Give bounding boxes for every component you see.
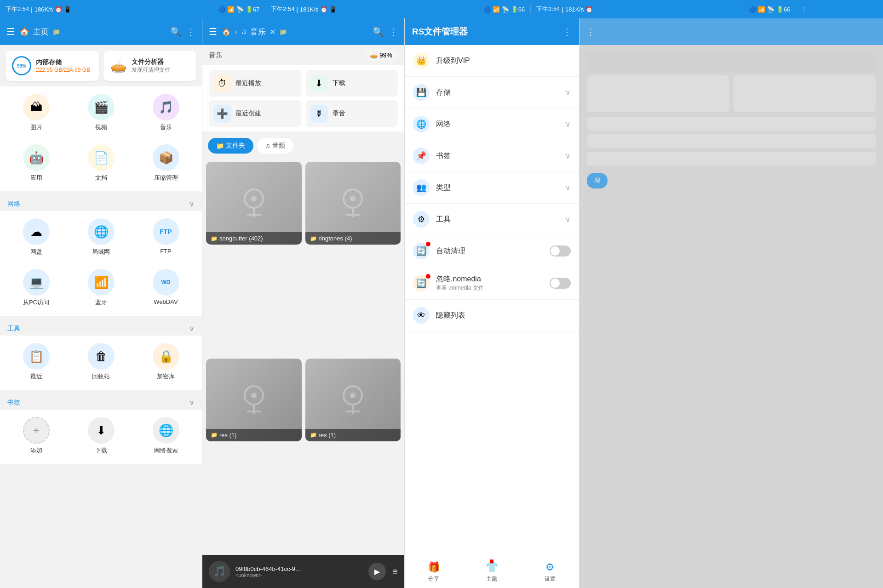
menu-item-auto-clean[interactable]: 🔄 自动清理 (405, 235, 579, 267)
folder-res-2[interactable]: 📁 res (1) (305, 359, 401, 441)
network-pc[interactable]: 💻 从PC访问 (6, 264, 67, 311)
playlist-button[interactable]: ≡ (392, 566, 398, 577)
pictures-label: 图片 (30, 123, 42, 131)
wifi-icon-2: 📡 (502, 6, 509, 13)
svg-point-5 (350, 196, 355, 201)
network-cloud[interactable]: ☁ 网盘 (6, 214, 67, 261)
status-bar: 下午2:54 | 186K/s ⏰ 📱 🔵 📶 📡 🔋67 下午2:54 | 1… (0, 0, 883, 18)
more-icon-music[interactable]: ⋮ (389, 26, 398, 37)
webdav-label: WebDAV (154, 298, 178, 305)
play-button[interactable]: ▶ (368, 563, 386, 580)
tool-recycle[interactable]: 🗑 回收站 (70, 338, 132, 385)
battery-icon-3: 🔋66 (776, 6, 790, 13)
categories-grid-section: 🏔 图片 🎬 视频 🎵 音乐 🤖 应用 (0, 86, 202, 191)
ftp-icon: FTP (153, 218, 179, 245)
tool-encrypt[interactable]: 🔒 加密库 (135, 338, 196, 385)
status-divider-1: | (31, 6, 32, 13)
nav-theme[interactable]: 👕 主题 (463, 558, 521, 587)
network-webdav[interactable]: WD WebDAV (135, 264, 196, 311)
menu-icon-music[interactable]: ☰ (209, 26, 217, 37)
network-section-title: 网络 (7, 200, 20, 208)
internal-storage-card[interactable]: 99% 内部存储 222.95 GB/224.59 GB (6, 51, 99, 81)
docs-icon: 📄 (88, 144, 115, 171)
nomedia-toggle[interactable] (550, 278, 571, 289)
network-bluetooth[interactable]: 📶 蓝牙 (70, 264, 132, 311)
category-video[interactable]: 🎬 视频 (70, 89, 132, 136)
status-time-1: 下午2:54 (6, 5, 29, 13)
search-icon-music[interactable]: 🔍 (373, 26, 384, 37)
category-apps[interactable]: 🤖 应用 (6, 140, 67, 187)
panel-music: ☰ 🏠 › ♫ 音乐 ✕ 📁 🔍 ⋮ 音乐 🥧 99% (202, 18, 405, 588)
status-divider-3: | (562, 6, 563, 13)
file-analyzer-card[interactable]: 🥧 文件分析器 发现可清理文件 (103, 51, 197, 81)
network-lan[interactable]: 🌐 局域网 (70, 214, 132, 261)
category-music[interactable]: 🎵 音乐 (135, 89, 196, 136)
folder-icon-sc: 📁 (211, 235, 218, 242)
record-icon: 🎙 (310, 105, 328, 122)
menu-item-bookmark[interactable]: 📌 书签 ∨ (405, 140, 579, 172)
partial-more-icon: ⋮ (586, 26, 595, 37)
action-record[interactable]: 🎙 录音 (306, 100, 398, 127)
music-breadcrumb-sep: › (235, 27, 237, 36)
music-badge-value: 99% (379, 51, 392, 59)
bookmark-download[interactable]: ⬇ 下载 (70, 412, 132, 459)
tab-folder[interactable]: 📁 文件夹 (208, 138, 253, 154)
tool-recent[interactable]: 📋 最近 (6, 338, 67, 385)
recent-create-label: 最近创建 (235, 109, 261, 118)
menu-item-type[interactable]: 👥 类型 ∨ (405, 172, 579, 204)
tab-audio[interactable]: ♫ 音频 (257, 138, 293, 154)
docs-label: 文档 (95, 174, 107, 182)
menu-item-network[interactable]: 🌐 网络 ∨ (405, 108, 579, 140)
nav-share[interactable]: 🎁 分享 (405, 558, 463, 587)
category-zip[interactable]: 📦 压缩管理 (135, 140, 196, 187)
type-menu-label: 类型 (436, 183, 558, 193)
folder-res-1[interactable]: 📁 res (1) (206, 359, 302, 441)
more-icon-status: ⋮ (801, 6, 807, 13)
network-ftp[interactable]: FTP FTP (135, 214, 196, 261)
bookmark-add[interactable]: + 添加 (6, 412, 67, 459)
apps-icon: 🤖 (23, 144, 50, 171)
share-nav-label: 分享 (428, 575, 439, 583)
menu-item-hidden[interactable]: 👁 隐藏列表 (405, 300, 579, 331)
menu-item-tools[interactable]: ⚙ 工具 ∨ (405, 204, 579, 235)
action-recent-play[interactable]: ⏱ 最近播放 (209, 70, 301, 97)
player-thumbnail: 🎵 (209, 561, 230, 582)
bookmark-section-arrow[interactable]: ∨ (189, 398, 195, 407)
menu-item-storage[interactable]: 💾 存储 ∨ (405, 77, 579, 108)
folder-icon-rt: 📁 (310, 235, 317, 242)
folder-ringtones[interactable]: 📁 ringtones (4) (305, 162, 401, 245)
music-label: 音乐 (160, 123, 172, 131)
analyzer-icon: 🥧 (110, 58, 127, 74)
folder-icon-res1: 📁 (211, 432, 218, 438)
music-close-icon[interactable]: ✕ (269, 28, 275, 36)
pc-label: 从PC访问 (23, 298, 49, 307)
signal-icon-3: 📶 (758, 6, 765, 13)
auto-clean-toggle[interactable] (550, 245, 571, 257)
network-menu-icon: 🌐 (413, 116, 430, 132)
menu-icon[interactable]: ☰ (6, 26, 15, 37)
menu-item-nomedia[interactable]: 🔄 忽略.nomedia 查看 .nomedia 文件 (405, 267, 579, 300)
folder-songcutter[interactable]: 📁 songcutter (402) (206, 162, 302, 245)
status-left-2: 下午2:54 | 181K/s ⏰ 📱 (271, 5, 337, 13)
menu-item-vip[interactable]: 👑 升级到VIP (405, 45, 579, 77)
action-recent-create[interactable]: ➕ 最近创建 (209, 100, 301, 127)
rs-more-icon[interactable]: ⋮ (562, 26, 572, 37)
bookmark-search[interactable]: 🌐 网络搜索 (135, 412, 196, 459)
partial-toolbar: ⋮ (579, 18, 883, 45)
theme-nav-label: 主题 (486, 575, 497, 583)
more-icon-home[interactable]: ⋮ (186, 26, 195, 37)
category-docs[interactable]: 📄 文档 (70, 140, 132, 187)
action-download[interactable]: ⬇ 下载 (306, 70, 398, 97)
wifi-icon-3: 📡 (767, 6, 774, 13)
tools-section-arrow[interactable]: ∨ (189, 324, 195, 333)
bookmark-download-label: 下载 (95, 446, 107, 455)
network-section-arrow[interactable]: ∨ (189, 200, 195, 208)
category-pictures[interactable]: 🏔 图片 (6, 89, 67, 136)
status-left-1: 下午2:54 | 186K/s ⏰ 📱 (6, 5, 71, 13)
nav-settings[interactable]: ⚙ 设置 (521, 558, 579, 587)
folder-tab-label: 文件夹 (226, 142, 245, 150)
player-bar: 🎵 09f8b0cb-464b-41cc-9... <unknown> ▶ ≡ (202, 555, 404, 588)
panel-home: ☰ 🏠 主页 📁 🔍 ⋮ 99% 内部存储 222.95 GB/224.59 G… (0, 18, 202, 588)
partial-tag: 理 (587, 173, 608, 188)
search-icon-home[interactable]: 🔍 (170, 26, 182, 37)
